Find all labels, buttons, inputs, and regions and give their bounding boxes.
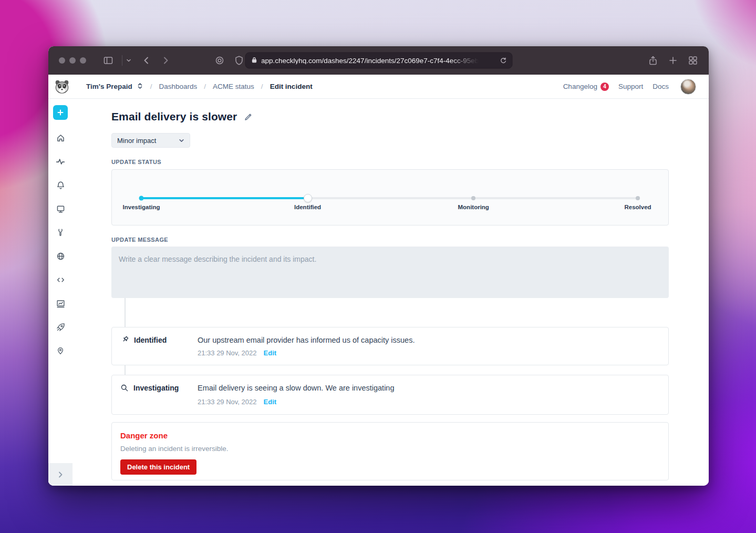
toolbar-divider: [122, 55, 122, 66]
status-progress-card: Investigating Identified Monitoring Reso…: [111, 169, 669, 226]
traffic-lights: [59, 57, 86, 64]
status-dot-identified[interactable]: [304, 194, 312, 202]
chevron-down-icon: [179, 138, 184, 144]
account-name: Tim's Prepaid: [86, 83, 132, 90]
breadcrumb-separator: /: [204, 83, 206, 90]
address-bar[interactable]: app.checklyhq.com/dashes/2247/incidents/…: [245, 53, 512, 69]
browser-toolbar: app.checklyhq.com/dashes/2247/incidents/…: [48, 46, 709, 75]
timeline-connector: [125, 298, 126, 327]
timeline-edit-link[interactable]: Edit: [264, 398, 277, 406]
timeline-edit-link[interactable]: Edit: [264, 349, 277, 357]
rocket-icon[interactable]: [55, 322, 66, 332]
new-tab-icon[interactable]: [668, 56, 678, 65]
timeline-status: Identified: [134, 336, 167, 344]
app-header: Tim's Prepaid / Dashboards / ACME status…: [48, 75, 709, 99]
tab-overview-icon[interactable]: [688, 55, 698, 66]
minimize-window-button[interactable]: [69, 57, 76, 64]
reload-icon[interactable]: [499, 57, 506, 64]
chart-icon[interactable]: [55, 298, 66, 309]
lock-icon: [251, 56, 257, 65]
update-message-textarea[interactable]: [111, 247, 669, 298]
chevron-right-icon: [57, 471, 64, 478]
status-label-identified: Identified: [294, 204, 321, 210]
page-settings-icon[interactable]: [214, 55, 225, 66]
breadcrumb-edit-incident: Edit incident: [270, 83, 313, 90]
app-sidebar: [48, 99, 73, 486]
magnifier-icon: [120, 384, 129, 392]
edit-incident-page: Email delivery is slower Minor impact: [73, 99, 709, 486]
zoom-window-button[interactable]: [80, 57, 86, 64]
browser-window: app.checklyhq.com/dashes/2247/incidents/…: [48, 46, 709, 486]
status-label-resolved: Resolved: [624, 204, 651, 210]
chevron-down-icon[interactable]: [126, 58, 131, 63]
url-text: app.checklyhq.com/dashes/2247/incidents/…: [261, 57, 481, 65]
timeline-connector: [125, 365, 126, 375]
status-dot-resolved[interactable]: [636, 196, 640, 200]
timeline-timestamp: 21:33 29 Nov, 2022: [198, 398, 257, 406]
status-dot-monitoring[interactable]: [471, 196, 475, 200]
close-window-button[interactable]: [59, 57, 65, 64]
status-progress-track[interactable]: Investigating Identified Monitoring Reso…: [141, 197, 638, 199]
danger-zone-title: Danger zone: [120, 431, 656, 440]
danger-zone-card: Danger zone Deleting an incident is irre…: [111, 422, 669, 480]
changelog-label: Changelog: [563, 83, 597, 90]
monitor-icon[interactable]: [55, 203, 66, 214]
update-status-label: UPDATE STATUS: [111, 159, 669, 165]
bell-icon[interactable]: [55, 180, 66, 190]
impact-select-value: Minor impact: [117, 137, 156, 145]
sidebar-toggle-icon[interactable]: [103, 55, 113, 66]
support-link[interactable]: Support: [618, 83, 643, 90]
breadcrumb-separator: /: [261, 83, 263, 90]
danger-zone-description: Deleting an incident is irreversible.: [120, 445, 656, 453]
plus-icon: [57, 109, 64, 116]
back-button-icon[interactable]: [142, 56, 151, 65]
shield-icon[interactable]: [234, 55, 244, 66]
home-icon[interactable]: [55, 132, 66, 143]
breadcrumb-acme-status[interactable]: ACME status: [213, 83, 254, 90]
breadcrumb: / Dashboards / ACME status / Edit incide…: [150, 83, 313, 90]
status-dot-investigating[interactable]: [139, 196, 144, 201]
wrench-icon[interactable]: [55, 227, 66, 238]
create-new-button[interactable]: [53, 105, 68, 120]
forward-button-icon[interactable]: [161, 56, 170, 65]
status-progress-fill: [141, 197, 308, 199]
update-message-label: UPDATE MESSAGE: [111, 237, 669, 243]
globe-icon[interactable]: [55, 251, 66, 261]
changelog-badge: 4: [600, 83, 609, 91]
timeline-timestamp: 21:33 29 Nov, 2022: [198, 349, 257, 357]
desktop-wallpaper: app.checklyhq.com/dashes/2247/incidents/…: [0, 0, 756, 533]
pushpin-icon: [120, 335, 129, 344]
select-arrows-icon: [137, 82, 143, 91]
code-icon[interactable]: [55, 274, 66, 285]
impact-select[interactable]: Minor impact: [111, 133, 190, 148]
edit-title-pencil-icon[interactable]: [244, 112, 253, 121]
checkly-raccoon-logo[interactable]: [54, 79, 70, 94]
status-label-monitoring: Monitoring: [458, 204, 489, 210]
breadcrumb-dashboards[interactable]: Dashboards: [159, 83, 198, 90]
changelog-link[interactable]: Changelog 4: [563, 83, 609, 91]
delete-incident-button[interactable]: Delete this incident: [120, 459, 196, 475]
timeline-message: Email delivery is seeing a slow down. We…: [198, 384, 656, 392]
share-icon[interactable]: [648, 55, 658, 66]
timeline-message: Our upstream email provider has informed…: [198, 336, 656, 344]
sidebar-collapse-button[interactable]: [48, 463, 73, 486]
timeline-entry-investigating: Investigating Email delivery is seeing a…: [111, 375, 669, 415]
timeline-entry-identified: Identified Our upstream email provider h…: [111, 327, 669, 365]
page-title: Email delivery is slower: [111, 110, 237, 123]
activity-icon[interactable]: [55, 156, 66, 167]
docs-link[interactable]: Docs: [653, 83, 669, 90]
status-label-investigating: Investigating: [123, 204, 160, 210]
timeline-status: Investigating: [133, 384, 179, 392]
user-avatar[interactable]: [680, 79, 696, 95]
location-pin-icon[interactable]: [55, 345, 66, 356]
breadcrumb-separator: /: [150, 83, 152, 90]
account-switcher[interactable]: Tim's Prepaid: [86, 82, 143, 91]
